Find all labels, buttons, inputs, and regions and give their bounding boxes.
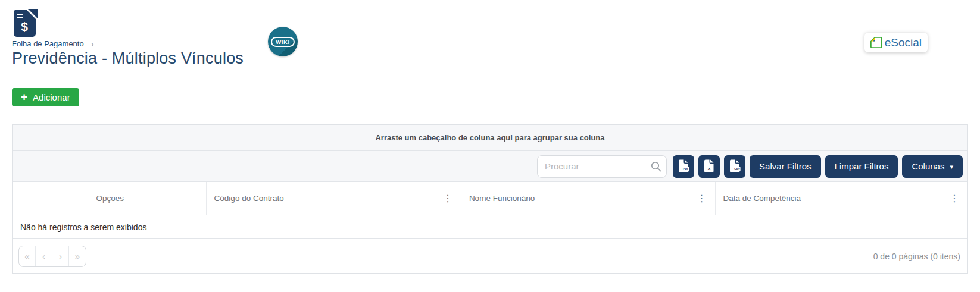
empty-state-message: Não há registros a serem exibidos — [20, 222, 146, 232]
title-row: Previdência - Múltiplos Vínculos WIKI — [12, 49, 244, 68]
add-button-label: Adicionar — [33, 92, 70, 102]
pagination-next-button[interactable]: › — [52, 246, 69, 266]
svg-text:PDF: PDF — [683, 167, 689, 171]
pagination-last-button[interactable]: » — [69, 246, 86, 266]
export-pdf-button[interactable]: PDF — [673, 155, 694, 178]
save-filters-button[interactable]: Salvar Filtros — [750, 155, 821, 178]
column-header-opcoes[interactable]: Opções — [13, 182, 207, 215]
columns-button[interactable]: Colunas ▾ — [902, 155, 963, 178]
plus-icon: + — [21, 91, 27, 102]
group-by-drop-zone[interactable]: Arraste um cabeçalho de coluna aqui para… — [13, 125, 967, 151]
chevron-down-icon: ▾ — [950, 164, 953, 170]
wiki-badge-label: WIKI — [271, 37, 295, 47]
column-menu-icon[interactable]: ⋮ — [947, 193, 962, 205]
data-grid: Arraste um cabeçalho de coluna aqui para… — [12, 124, 968, 274]
table-header-row: Opções Código do Contrato ⋮ Nome Funcion… — [13, 182, 967, 215]
first-page-icon: « — [24, 251, 29, 261]
page: $ Folha de Pagamento › Previdência - Múl… — [0, 0, 980, 274]
pagination-bar: « ‹ › » 0 de 0 páginas (0 itens) — [13, 239, 967, 273]
breadcrumb-item-folha-de-pagamento[interactable]: Folha de Pagamento — [12, 39, 84, 48]
pagination-buttons: « ‹ › » — [18, 246, 86, 267]
column-label: Código do Contrato — [214, 194, 284, 203]
svg-text:x: x — [708, 166, 711, 171]
wiki-badge[interactable]: WIKI — [268, 27, 298, 56]
page-header: $ Folha de Pagamento › Previdência - Múl… — [12, 9, 968, 68]
search-icon[interactable] — [645, 156, 666, 177]
column-menu-icon[interactable]: ⋮ — [695, 193, 709, 205]
pagination-summary: 0 de 0 páginas (0 itens) — [873, 252, 960, 261]
column-header-nome-funcionario[interactable]: Nome Funcionário ⋮ — [461, 182, 716, 215]
column-header-codigo-do-contrato[interactable]: Código do Contrato ⋮ — [207, 182, 461, 215]
pagination-first-button[interactable]: « — [19, 246, 36, 266]
breadcrumb: Folha de Pagamento › — [12, 39, 244, 48]
search-box — [537, 155, 667, 178]
header-left: $ Folha de Pagamento › Previdência - Múl… — [12, 9, 244, 68]
payroll-document-icon: $ — [12, 9, 38, 37]
page-title: Previdência - Múltiplos Vínculos — [12, 49, 244, 68]
last-page-icon: » — [75, 251, 80, 261]
pdf-export-icon: PDF — [678, 159, 689, 173]
esocial-document-icon — [869, 36, 883, 49]
group-hint-text: Arraste um cabeçalho de coluna aqui para… — [375, 133, 604, 142]
columns-label: Colunas — [912, 161, 944, 171]
svg-text:$: $ — [21, 20, 28, 33]
clear-filters-label: Limpar Filtros — [835, 161, 889, 171]
column-label: Opções — [96, 194, 124, 203]
column-header-data-de-competencia[interactable]: Data de Competência ⋮ — [716, 182, 967, 215]
pagination-prev-button[interactable]: ‹ — [36, 246, 52, 266]
column-label: Data de Competência — [723, 194, 801, 203]
save-filters-label: Salvar Filtros — [759, 161, 812, 171]
previous-page-icon: ‹ — [42, 251, 45, 261]
search-input[interactable] — [538, 156, 645, 177]
esocial-card[interactable]: eSocial — [864, 33, 928, 52]
esocial-label: eSocial — [885, 36, 922, 49]
excel-export-icon: x — [703, 159, 715, 173]
column-label: Nome Funcionário — [469, 194, 535, 203]
chevron-right-icon: › — [91, 39, 94, 48]
svg-text:CSV: CSV — [734, 168, 740, 171]
export-excel-button[interactable]: x — [698, 155, 720, 178]
grid-toolbar: PDF x CSV Salvar F — [13, 151, 967, 182]
column-menu-icon[interactable]: ⋮ — [441, 193, 455, 205]
clear-filters-button[interactable]: Limpar Filtros — [825, 155, 898, 178]
empty-state-row: Não há registros a serem exibidos — [13, 215, 967, 239]
add-button[interactable]: + Adicionar — [12, 88, 79, 106]
next-page-icon: › — [59, 251, 62, 261]
export-csv-button[interactable]: CSV — [724, 155, 745, 178]
csv-export-icon: CSV — [729, 159, 741, 173]
